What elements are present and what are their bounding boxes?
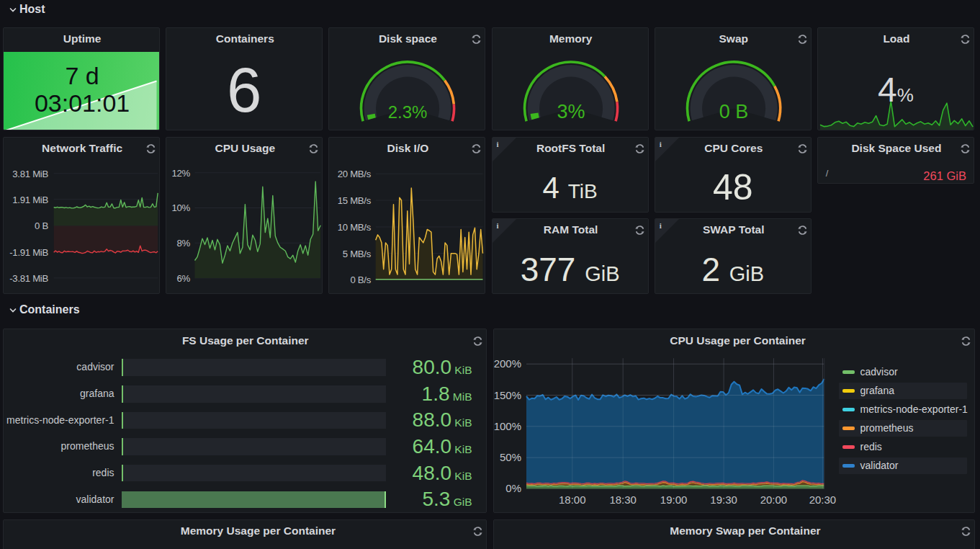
- svg-text:18:30: 18:30: [609, 494, 637, 506]
- svg-text:0%: 0%: [505, 482, 521, 494]
- svg-text:-3.81 MiB: -3.81 MiB: [9, 272, 48, 283]
- svg-text:18:00: 18:00: [559, 494, 586, 506]
- svg-text:3.81 MiB: 3.81 MiB: [12, 168, 48, 179]
- svg-text:2.3%: 2.3%: [388, 102, 428, 121]
- svg-text:20:30: 20:30: [809, 494, 836, 506]
- svg-text:19:00: 19:00: [660, 494, 687, 506]
- svg-text:8%: 8%: [177, 238, 191, 249]
- svg-text:50%: 50%: [499, 451, 521, 463]
- svg-text:15 MB/s: 15 MB/s: [338, 195, 372, 206]
- svg-text:12%: 12%: [172, 167, 191, 178]
- svg-text:0 B: 0 B: [719, 100, 749, 122]
- svg-text:-1.91 MiB: -1.91 MiB: [9, 246, 48, 257]
- svg-text:10 MB/s: 10 MB/s: [338, 221, 372, 232]
- svg-text:3%: 3%: [557, 100, 585, 122]
- svg-text:19:30: 19:30: [710, 494, 737, 506]
- svg-text:0 B: 0 B: [35, 220, 48, 231]
- svg-text:20:00: 20:00: [760, 494, 787, 506]
- svg-text:10%: 10%: [172, 202, 191, 213]
- svg-text:5 MB/s: 5 MB/s: [343, 248, 372, 259]
- svg-text:1.91 MiB: 1.91 MiB: [12, 194, 48, 205]
- svg-text:200%: 200%: [494, 357, 521, 370]
- svg-text:100%: 100%: [494, 420, 521, 432]
- svg-text:0 B/s: 0 B/s: [351, 274, 372, 285]
- svg-text:20 MB/s: 20 MB/s: [338, 169, 372, 179]
- svg-text:150%: 150%: [494, 389, 521, 401]
- svg-text:6%: 6%: [177, 272, 191, 283]
